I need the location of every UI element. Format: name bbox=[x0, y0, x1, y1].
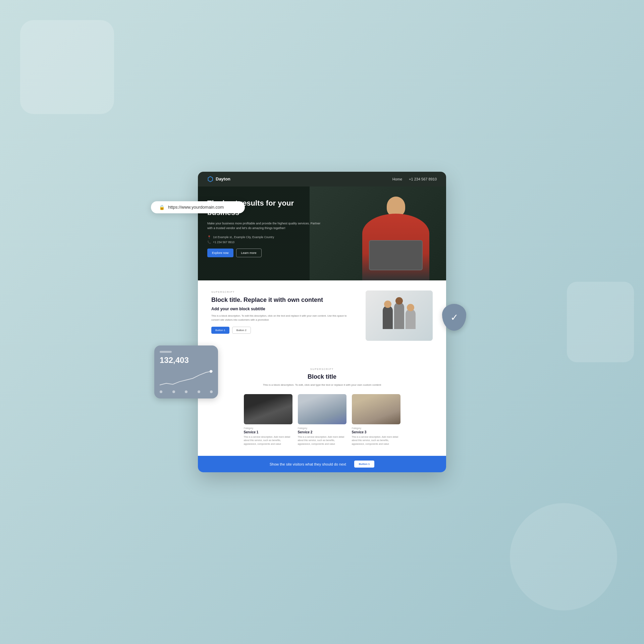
hero-phone: 📞 +1 234 567 8910 bbox=[207, 240, 321, 244]
svg-point-0 bbox=[210, 370, 212, 373]
block2-title: Block title bbox=[211, 373, 433, 380]
block1-subtitle: Add your own block subtitle bbox=[211, 307, 356, 311]
service-1-category: Category bbox=[244, 427, 292, 429]
block1-button2[interactable]: Button 2 bbox=[232, 327, 251, 334]
browser-mockup: ⬡ Dayton Home +1 234 567 8910 bbox=[198, 172, 446, 472]
url-text: https://www.yourdomain.com bbox=[168, 205, 224, 210]
nav-logo: ⬡ Dayton bbox=[207, 175, 230, 183]
hero-description: Make your business more profitable and p… bbox=[207, 221, 321, 231]
person-body bbox=[362, 214, 429, 280]
stats-handle bbox=[160, 351, 172, 353]
block1-superscript: SUPERSCRIPT bbox=[211, 290, 356, 293]
service-img-1 bbox=[244, 394, 292, 424]
cta-text: Show the site visitors what they should … bbox=[270, 462, 346, 466]
stats-card: 132,403 bbox=[154, 345, 218, 398]
meeting-persons bbox=[383, 302, 416, 329]
url-bar: 🔒 https://www.yourdomain.com bbox=[151, 201, 245, 213]
website: ⬡ Dayton Home +1 234 567 8910 bbox=[198, 172, 446, 472]
bg-decoration-mid-r bbox=[567, 282, 634, 362]
block1-content: SUPERSCRIPT Block title. Replace it with… bbox=[211, 290, 433, 341]
person-3-head bbox=[407, 304, 414, 311]
service-1-name: Service 1 bbox=[244, 430, 292, 434]
person-3 bbox=[406, 309, 416, 329]
cta-button[interactable]: Button 1 bbox=[354, 461, 374, 468]
cta-footer: Show the site visitors what they should … bbox=[198, 456, 446, 472]
person-1-head bbox=[384, 301, 391, 308]
chart-dot-4 bbox=[198, 390, 200, 393]
logo-icon: ⬡ bbox=[207, 175, 213, 183]
block2-section: SUPERSCRIPT Block title This is a block … bbox=[198, 361, 446, 456]
business-img bbox=[352, 394, 400, 424]
chart-dot-5 bbox=[210, 390, 213, 393]
learn-more-button[interactable]: Learn more bbox=[236, 249, 262, 257]
nav: ⬡ Dayton Home +1 234 567 8910 bbox=[198, 172, 446, 186]
block1-button1[interactable]: Button 1 bbox=[211, 327, 229, 334]
phone-icon: 📞 bbox=[207, 240, 211, 244]
logo-text: Dayton bbox=[216, 176, 230, 181]
chart-dots bbox=[160, 390, 213, 393]
service-card-2: Category Service 2 This is a service des… bbox=[298, 394, 346, 446]
nav-link-home[interactable]: Home bbox=[392, 177, 402, 181]
chart-dot-3 bbox=[185, 390, 187, 393]
check-icon: ✓ bbox=[450, 312, 458, 323]
bg-decoration-tl bbox=[20, 20, 114, 114]
chart-dot-1 bbox=[160, 390, 162, 393]
chart-svg bbox=[160, 368, 213, 388]
person-2 bbox=[394, 302, 404, 329]
service-img-2 bbox=[298, 394, 346, 424]
hero-address: 📍 1st Example st., Example City, Example… bbox=[207, 235, 321, 239]
stats-number: 132,403 bbox=[160, 356, 213, 365]
hero-person-container bbox=[352, 197, 439, 280]
hero-image bbox=[310, 186, 446, 280]
laptop-img bbox=[244, 394, 292, 424]
block2-description: This is a block description. To edit, cl… bbox=[262, 383, 382, 387]
service-card-3: Category Service 3 This is a service des… bbox=[352, 394, 400, 446]
lock-icon: 🔒 bbox=[159, 205, 165, 210]
handshake-img bbox=[298, 394, 346, 424]
block1-image bbox=[366, 290, 433, 341]
service-3-name: Service 3 bbox=[352, 430, 400, 434]
block1-left: SUPERSCRIPT Block title. Replace it with… bbox=[211, 290, 356, 334]
block2-superscript: SUPERSCRIPT bbox=[211, 368, 433, 371]
service-img-3 bbox=[352, 394, 400, 424]
person-laptop bbox=[369, 240, 423, 270]
service-card-1: Category Service 1 This is a service des… bbox=[244, 394, 292, 446]
location-icon: 📍 bbox=[207, 235, 211, 239]
person-2-head bbox=[395, 297, 403, 305]
service-2-desc: This is a service description. Add more … bbox=[298, 435, 346, 446]
nav-right: Home +1 234 567 8910 bbox=[392, 177, 437, 181]
hero-section: The best results for your business Make … bbox=[198, 186, 446, 280]
services-grid: Category Service 1 This is a service des… bbox=[211, 394, 433, 446]
service-1-desc: This is a service description. Add more … bbox=[244, 435, 292, 446]
service-2-category: Category bbox=[298, 427, 346, 429]
service-2-name: Service 2 bbox=[298, 430, 346, 434]
person-1 bbox=[383, 306, 393, 329]
hero-info: 📍 1st Example st., Example City, Example… bbox=[207, 235, 321, 244]
explore-now-button[interactable]: Explore now bbox=[207, 249, 233, 257]
service-3-category: Category bbox=[352, 427, 400, 429]
chart-area bbox=[160, 368, 213, 388]
block1-buttons: Button 1 Button 2 bbox=[211, 327, 356, 334]
bg-decoration-br bbox=[510, 503, 617, 610]
workspace: 🔒 https://www.yourdomain.com 132,403 ✓ bbox=[198, 172, 446, 472]
service-3-desc: This is a service description. Add more … bbox=[352, 435, 400, 446]
person-head bbox=[387, 197, 405, 216]
block1-description: This is a block description. To edit thi… bbox=[211, 314, 356, 322]
hero-buttons: Explore now Learn more bbox=[207, 249, 321, 257]
block1-section: SUPERSCRIPT Block title. Replace it with… bbox=[198, 280, 446, 361]
nav-link-phone[interactable]: +1 234 567 8910 bbox=[409, 177, 437, 181]
meeting-image bbox=[366, 290, 433, 341]
block1-title: Block title. Replace it with own content bbox=[211, 296, 356, 304]
chart-dot-2 bbox=[172, 390, 175, 393]
